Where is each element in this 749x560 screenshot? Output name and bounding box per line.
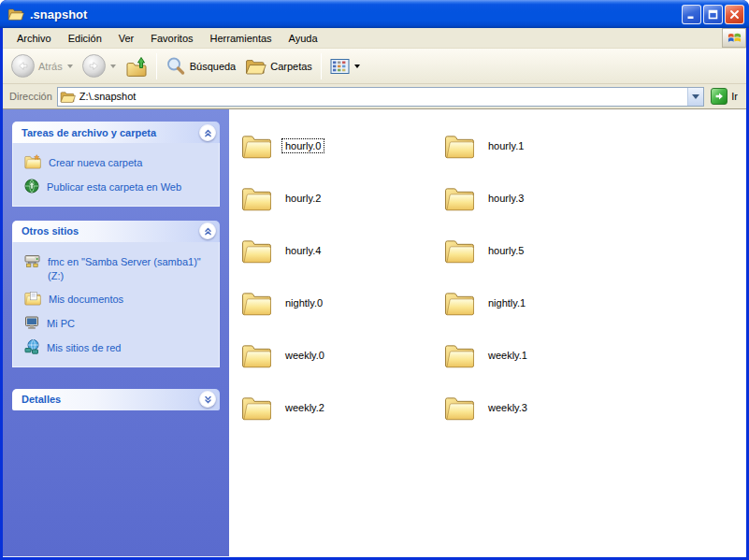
search-button[interactable]: Búsqueda (161, 53, 241, 79)
folder-item[interactable]: hourly.2 (241, 172, 444, 224)
publish-web-icon (24, 179, 39, 194)
folder-icon (241, 185, 272, 211)
menu-ayuda[interactable]: Ayuda (281, 30, 326, 47)
folder-item[interactable]: hourly.4 (241, 224, 444, 277)
panel-other-places: Otros sitios (12, 221, 220, 367)
my-computer-icon (24, 315, 39, 330)
folder-item[interactable]: weekly.0 (241, 329, 444, 381)
task-create-folder[interactable]: Crear nueva carpeta (24, 154, 213, 170)
chevron-up-icon (203, 225, 213, 237)
collapse-button[interactable] (199, 124, 216, 141)
views-dropdown-icon (354, 65, 360, 68)
folder-item[interactable]: weekly.2 (241, 381, 444, 434)
menu-edicion[interactable]: Edición (60, 30, 110, 47)
folder-item[interactable]: nightly.0 (241, 277, 444, 329)
folder-item[interactable]: weekly.3 (444, 381, 647, 434)
place-label: fmc en "Samba Server (samba1)" (Z:) (48, 253, 213, 283)
file-list-area[interactable]: hourly.0 hourly.1 hourly.2 hourly.3 hour… (229, 109, 746, 557)
address-combo[interactable]: Z:\.snapshot (57, 87, 704, 107)
forward-button[interactable] (78, 51, 121, 80)
back-button[interactable]: Atrás (7, 51, 78, 80)
network-places-icon (24, 339, 39, 354)
network-drive-icon (24, 253, 40, 268)
place-my-documents[interactable]: Mis documentos (24, 291, 213, 307)
panel-file-tasks-header[interactable]: Tareas de archivo y carpeta (12, 122, 220, 143)
folders-button[interactable]: Carpetas (240, 54, 317, 79)
folder-icon (241, 290, 272, 316)
folders-label: Carpetas (270, 61, 312, 72)
up-button[interactable] (121, 52, 152, 80)
menu-bar: Archivo Edición Ver Favoritos Herramient… (3, 28, 746, 49)
menu-favoritos[interactable]: Favoritos (142, 30, 201, 47)
folder-item[interactable]: hourly.5 (444, 224, 647, 277)
forward-dropdown-icon (110, 65, 116, 68)
place-my-pc[interactable]: Mi PC (24, 315, 213, 331)
panel-file-tasks: Tareas de archivo y carpeta Crear nueva … (12, 122, 220, 207)
expand-button[interactable] (199, 391, 216, 408)
title-folder-icon (7, 7, 24, 22)
back-label: Atrás (38, 61, 63, 72)
my-documents-icon (24, 291, 41, 306)
address-bar: Dirección Z:\.snapshot Ir (3, 84, 746, 109)
folder-icon (444, 342, 475, 368)
folder-label: hourly.5 (484, 243, 527, 258)
windows-logo-icon (727, 30, 742, 46)
folder-icon (444, 185, 475, 211)
folder-grid: hourly.0 hourly.1 hourly.2 hourly.3 hour… (229, 109, 746, 434)
address-dropdown-button[interactable] (687, 88, 703, 106)
up-icon (125, 55, 148, 78)
minimize-icon (685, 8, 698, 21)
menu-ver[interactable]: Ver (110, 30, 143, 47)
task-publish-web[interactable]: Publicar esta carpeta en Web (24, 179, 213, 194)
minimize-button[interactable] (682, 5, 701, 24)
folder-label: hourly.2 (281, 191, 324, 206)
folder-item[interactable]: nightly.1 (444, 277, 647, 329)
go-button[interactable]: Ir (709, 87, 742, 106)
maximize-button[interactable] (703, 5, 723, 24)
task-sidebar: Tareas de archivo y carpeta Crear nueva … (3, 109, 229, 557)
explorer-window: .snapshot Archivo Edición Ver Favoritos … (0, 0, 749, 560)
folder-item[interactable]: hourly.3 (444, 172, 647, 224)
title-bar[interactable]: .snapshot (0, 0, 749, 28)
menu-archivo[interactable]: Archivo (8, 30, 60, 47)
chevron-up-icon (203, 127, 213, 138)
panel-title: Tareas de archivo y carpeta (22, 127, 156, 138)
place-label: Mis sitios de red (47, 339, 121, 355)
place-network-places[interactable]: Mis sitios de red (24, 339, 213, 355)
folder-label: hourly.3 (484, 191, 527, 206)
collapse-button[interactable] (199, 223, 216, 239)
folder-icon (241, 395, 272, 421)
folder-label: weekly.2 (281, 400, 328, 415)
folder-icon (444, 290, 475, 316)
chevron-down-icon (203, 394, 213, 405)
forward-icon (82, 54, 106, 78)
folder-icon (241, 237, 272, 264)
place-network-drive[interactable]: fmc en "Samba Server (samba1)" (Z:) (24, 253, 213, 283)
panel-details-header[interactable]: Detalles (12, 389, 220, 410)
search-icon (166, 56, 186, 77)
address-input[interactable]: Z:\.snapshot (79, 91, 687, 102)
task-label: Crear nueva carpeta (49, 154, 142, 170)
close-button[interactable] (725, 5, 744, 24)
views-button[interactable] (325, 55, 365, 78)
folder-icon (241, 133, 272, 159)
panel-title: Detalles (22, 394, 61, 405)
panel-title: Otros sitios (22, 225, 79, 237)
toolbar-separator (321, 53, 322, 79)
windows-logo-box (722, 28, 746, 48)
toolbar-separator (156, 53, 157, 79)
panel-details: Detalles (12, 389, 220, 410)
address-label: Dirección (9, 91, 52, 102)
address-folder-icon (60, 90, 76, 104)
go-label: Ir (731, 91, 738, 102)
go-icon (711, 88, 727, 105)
folder-item[interactable]: hourly.0 (241, 120, 444, 172)
folder-item[interactable]: weekly.1 (444, 329, 647, 381)
menu-herramientas[interactable]: Herramientas (202, 30, 281, 47)
maximize-icon (707, 8, 719, 21)
chevron-down-icon (692, 94, 699, 99)
panel-other-places-header[interactable]: Otros sitios (12, 221, 220, 242)
folder-label: weekly.0 (281, 348, 328, 363)
views-icon (330, 58, 350, 75)
folder-item[interactable]: hourly.1 (444, 120, 647, 172)
